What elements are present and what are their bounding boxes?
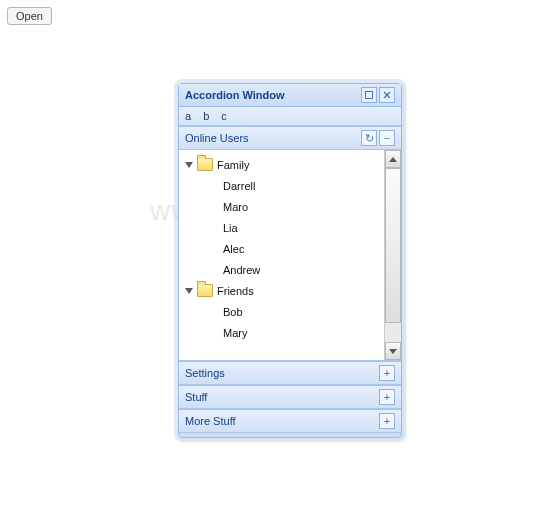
tree-leaf[interactable]: Andrew (181, 259, 382, 280)
tree-leaf[interactable]: Darrell (181, 175, 382, 196)
toolbar-item-c[interactable]: c (221, 110, 227, 122)
tree-label: Family (217, 159, 249, 171)
scroll-up-button[interactable] (385, 150, 401, 168)
window-title: Accordion Window (185, 89, 359, 101)
refresh-icon[interactable]: ↻ (361, 130, 377, 146)
panel-title: Settings (185, 367, 377, 379)
expand-icon[interactable]: + (379, 413, 395, 429)
folder-icon (197, 284, 213, 297)
scroll-down-button[interactable] (385, 342, 401, 360)
titlebar[interactable]: Accordion Window (179, 84, 401, 107)
tree-leaf[interactable]: Mary (181, 322, 382, 343)
tree-node-family[interactable]: Family (181, 154, 382, 175)
tree-node-friends[interactable]: Friends (181, 280, 382, 301)
panel-title: Online Users (185, 132, 359, 144)
tree-leaf[interactable]: Bob (181, 301, 382, 322)
tree-label: Friends (217, 285, 254, 297)
chevron-down-icon (185, 288, 193, 294)
scroll-track[interactable] (385, 168, 401, 342)
toolbar-item-b[interactable]: b (203, 110, 209, 122)
folder-icon (197, 158, 213, 171)
tree: Family Darrell Maro Lia Alec Andrew Frie… (179, 150, 384, 360)
tree-leaf[interactable]: Maro (181, 196, 382, 217)
panel-body-online-users: Family Darrell Maro Lia Alec Andrew Frie… (179, 150, 401, 361)
panel-title: More Stuff (185, 415, 377, 427)
panel-header-online-users[interactable]: Online Users ↻ − (179, 126, 401, 150)
close-button[interactable] (379, 87, 395, 103)
toolbar: a b c (179, 107, 401, 126)
expand-icon[interactable]: + (379, 389, 395, 405)
scrollbar[interactable] (384, 150, 401, 360)
maximize-button[interactable] (361, 87, 377, 103)
collapse-icon[interactable]: − (379, 130, 395, 146)
tree-label: Lia (223, 222, 238, 234)
tree-label: Mary (223, 327, 247, 339)
panel-header-settings[interactable]: Settings + (179, 361, 401, 385)
tree-leaf[interactable]: Alec (181, 238, 382, 259)
tree-leaf[interactable]: Lia (181, 217, 382, 238)
scroll-thumb[interactable] (385, 168, 401, 323)
tree-label: Bob (223, 306, 243, 318)
toolbar-item-a[interactable]: a (185, 110, 191, 122)
chevron-down-icon (185, 162, 193, 168)
open-button[interactable]: Open (7, 7, 52, 25)
tree-label: Andrew (223, 264, 260, 276)
expand-icon[interactable]: + (379, 365, 395, 381)
panel-header-stuff[interactable]: Stuff + (179, 385, 401, 409)
tree-label: Alec (223, 243, 244, 255)
panel-title: Stuff (185, 391, 377, 403)
tree-label: Darrell (223, 180, 255, 192)
tree-label: Maro (223, 201, 248, 213)
svg-rect-0 (366, 92, 373, 99)
panel-header-more-stuff[interactable]: More Stuff + (179, 409, 401, 433)
accordion-window: Accordion Window a b c Online Users ↻ − … (178, 83, 402, 438)
